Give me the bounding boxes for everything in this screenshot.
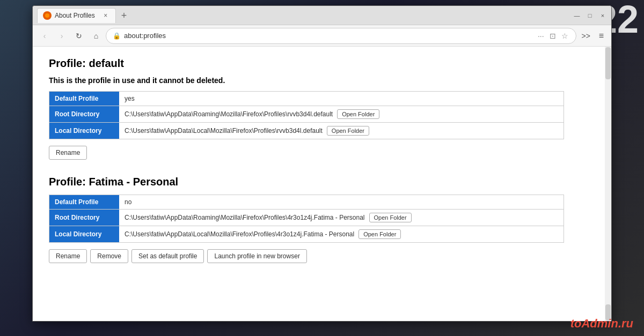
launch-profile-button-personal[interactable]: Launch profile in new browser xyxy=(207,249,306,263)
address-bar[interactable]: 🔒 ··· ⊡ ☆ xyxy=(106,28,576,44)
address-input[interactable] xyxy=(124,32,533,40)
profile-default-notice: This is the profile in use and it cannot… xyxy=(49,76,553,85)
profile-default-actions: Rename xyxy=(49,146,553,160)
local-open-folder-button[interactable]: Open Folder xyxy=(327,126,369,136)
refresh-button[interactable]: ↻ xyxy=(71,28,86,43)
profile-default-table: Default Profile yes Root Directory C:\Us… xyxy=(49,91,564,139)
profile-default-title: Profile: default xyxy=(49,57,553,70)
rename-button-default[interactable]: Rename xyxy=(49,146,87,160)
root-directory-label: Root Directory xyxy=(49,106,119,122)
scrollbar[interactable] xyxy=(605,47,611,321)
profile-personal-actions: Rename Remove Set as default profile Lau… xyxy=(49,249,553,263)
table-row: Default Profile no xyxy=(49,195,564,210)
table-row: Local Directory C:\Users\fatiw\AppData\L… xyxy=(49,123,564,139)
personal-default-profile-label: Default Profile xyxy=(49,195,119,209)
content-area: Profile: default This is the profile in … xyxy=(33,47,611,321)
maximize-button[interactable]: □ xyxy=(586,11,594,20)
back-button[interactable]: ‹ xyxy=(37,28,52,43)
home-button[interactable]: ⌂ xyxy=(89,28,104,43)
profile-personal-section: Profile: Fatima - Personal Default Profi… xyxy=(49,176,553,263)
navigation-bar: ‹ › ↻ ⌂ 🔒 ··· ⊡ ☆ >> ≡ xyxy=(33,25,611,47)
table-row: Root Directory C:\Users\fatiw\AppData\Ro… xyxy=(49,106,564,123)
forward-button[interactable]: › xyxy=(54,28,69,43)
local-directory-value: C:\Users\fatiw\AppData\Local\Mozilla\Fir… xyxy=(119,123,564,139)
new-tab-button[interactable]: + xyxy=(118,11,130,20)
minimize-button[interactable]: — xyxy=(573,11,581,20)
root-open-folder-button[interactable]: Open Folder xyxy=(337,109,379,119)
bookmark-button[interactable]: ☆ xyxy=(560,31,569,41)
default-profile-label: Default Profile xyxy=(49,92,119,106)
personal-root-directory-value: C:\Users\fatiw\AppData\Roaming\Mozilla\F… xyxy=(119,210,564,226)
personal-local-directory-label: Local Directory xyxy=(49,226,119,242)
set-default-button-personal[interactable]: Set as default profile xyxy=(131,249,204,263)
rename-button-personal[interactable]: Rename xyxy=(49,249,87,263)
browser-window: About Profiles × + — □ × ‹ › ↻ ⌂ 🔒 ··· ⊡… xyxy=(32,5,612,322)
remove-button-personal[interactable]: Remove xyxy=(90,249,128,263)
pocket-button[interactable]: ⊡ xyxy=(548,31,557,41)
more-actions-button[interactable]: ··· xyxy=(537,31,545,41)
table-row: Default Profile yes xyxy=(49,92,564,106)
hamburger-menu-button[interactable]: ≡ xyxy=(596,30,607,42)
personal-local-open-folder-button[interactable]: Open Folder xyxy=(358,229,401,239)
table-row: Root Directory C:\Users\fatiw\AppData\Ro… xyxy=(49,210,564,226)
firefox-icon xyxy=(43,11,52,20)
window-controls: — □ × xyxy=(573,11,607,20)
address-bar-actions: ··· ⊡ ☆ xyxy=(537,31,569,41)
personal-local-directory-value: C:\Users\fatiw\AppData\Local\Mozilla\Fir… xyxy=(119,226,564,242)
security-icon: 🔒 xyxy=(113,32,121,40)
extensions-button[interactable]: >> xyxy=(579,28,594,43)
profile-personal-title: Profile: Fatima - Personal xyxy=(49,176,553,188)
tab-close-button[interactable]: × xyxy=(101,11,110,20)
browser-tab[interactable]: About Profiles × xyxy=(37,8,116,23)
personal-root-directory-label: Root Directory xyxy=(49,210,119,226)
watermark: toAdmin.ru xyxy=(570,317,633,331)
scrollbar-thumb[interactable] xyxy=(605,47,611,79)
profile-default-section: Profile: default This is the profile in … xyxy=(49,57,553,160)
personal-default-profile-value: no xyxy=(119,195,564,209)
profile-personal-table: Default Profile no Root Directory C:\Use… xyxy=(49,195,564,243)
default-profile-value: yes xyxy=(119,92,564,106)
table-row: Local Directory C:\Users\fatiw\AppData\L… xyxy=(49,226,564,242)
personal-root-open-folder-button[interactable]: Open Folder xyxy=(369,213,412,222)
close-button[interactable]: × xyxy=(598,11,607,20)
title-bar: About Profiles × + — □ × xyxy=(33,6,611,25)
content-inner: Profile: default This is the profile in … xyxy=(33,47,569,290)
local-directory-label: Local Directory xyxy=(49,123,119,139)
tab-title: About Profiles xyxy=(55,12,95,19)
root-directory-value: C:\Users\fatiw\AppData\Roaming\Mozilla\F… xyxy=(119,106,564,122)
